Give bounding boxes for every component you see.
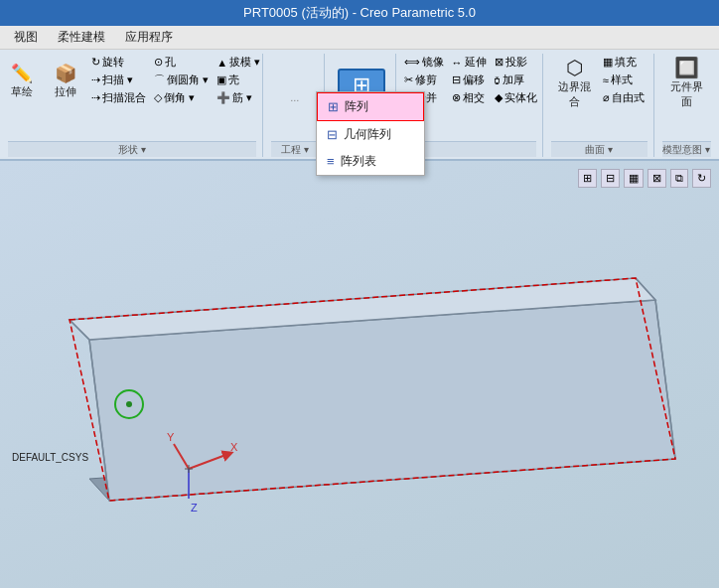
dropdown-table-label: 阵列表 xyxy=(341,153,376,170)
sweep-icon: ⇢ xyxy=(91,74,100,86)
btn-shell[interactable]: ▣ 壳 xyxy=(214,72,263,88)
btn-offset[interactable]: ⊟ 偏移 xyxy=(449,72,490,88)
rib-label: 筋 ▾ xyxy=(232,90,252,105)
sweep-label: 扫描 ▾ xyxy=(102,73,133,87)
btn-hole[interactable]: ⊙ 孔 xyxy=(151,54,212,71)
vp-btn-2[interactable]: ⊟ xyxy=(601,169,620,188)
btn-round[interactable]: ⌒ 倒圆角 ▾ xyxy=(151,72,212,88)
btn-extrude[interactable]: 📦 拉伸 xyxy=(45,54,86,109)
dropdown-array-icon: ⊞ xyxy=(328,99,339,114)
hole-icon: ⊙ xyxy=(154,56,163,69)
revolve-label: 旋转 xyxy=(102,55,124,70)
btn-intersect[interactable]: ⊗ 相交 xyxy=(449,89,490,106)
surface-buttons: ⬡ 边界混合 ▦ 填充 ≈ 样式 ⌀ 自由式 xyxy=(551,54,647,141)
thicken-icon: ⧮ xyxy=(495,74,501,86)
blend-label: 扫描混合 xyxy=(102,90,146,105)
btn-thicken[interactable]: ⧮ 加厚 xyxy=(492,72,540,88)
menu-bar: 视图 柔性建模 应用程序 xyxy=(0,26,719,50)
btn-solidify[interactable]: ◆ 实体化 xyxy=(492,89,540,106)
shape-buttons: ✏️ 草绘 📦 拉伸 ↻ 旋转 ⇢ 扫描 ▾ xyxy=(1,54,263,141)
dropdown-array-label: 阵列 xyxy=(345,98,368,115)
shape-group-label[interactable]: 形状 ▾ xyxy=(8,141,256,157)
mirror-icon: ⟺ xyxy=(404,56,420,69)
engineering-buttons: ... xyxy=(290,54,299,141)
vp-btn-3[interactable]: ▦ xyxy=(624,169,644,188)
model-intent-group-label[interactable]: 模型意图 ▾ xyxy=(662,141,711,157)
freeform-icon: ⌀ xyxy=(603,91,610,104)
dropdown-item-array-table[interactable]: ≡ 阵列表 xyxy=(317,148,424,175)
3d-model-view: X Y Z DEFAULT_CSYS xyxy=(0,161,719,588)
viewport[interactable]: X Y Z DEFAULT_CSYS ⊞ ⊟ ▦ ⊠ ⧉ ↻ xyxy=(0,161,719,588)
menu-flexible[interactable]: 柔性建模 xyxy=(48,27,115,48)
rib-icon: ➕ xyxy=(216,91,230,104)
surface-col1: ⬡ 边界混合 xyxy=(551,54,598,111)
btn-project[interactable]: ⊠ 投影 xyxy=(492,54,540,71)
shape-col2: ⊙ 孔 ⌒ 倒圆角 ▾ ◇ 倒角 ▾ xyxy=(151,54,212,106)
menu-view[interactable]: 视图 xyxy=(4,27,48,48)
dropdown-geo-array-icon: ⊟ xyxy=(327,127,338,142)
solidify-icon: ◆ xyxy=(495,91,503,104)
btn-sketch-label: 草绘 xyxy=(11,84,33,99)
dropdown-item-geo-array[interactable]: ⊟ 几何阵列 xyxy=(317,121,424,148)
btn-freeform[interactable]: ⌀ 自由式 xyxy=(600,89,647,106)
draft-icon: ▲ xyxy=(216,57,227,69)
btn-component-interface[interactable]: 🔲 元件界面 xyxy=(662,54,711,111)
viewport-toolbar: ⊞ ⊟ ▦ ⊠ ⧉ ↻ xyxy=(578,169,711,188)
vp-btn-6[interactable]: ↻ xyxy=(692,169,711,188)
btn-sketch[interactable]: ✏️ 草绘 xyxy=(1,54,43,109)
circle-inner xyxy=(126,401,132,407)
component-icon: 🔲 xyxy=(674,56,699,79)
round-icon: ⌒ xyxy=(154,73,165,87)
array-dropdown-menu: ⊞ 阵列 ⊟ 几何阵列 ≡ 阵列表 xyxy=(316,91,425,176)
dropdown-table-icon: ≡ xyxy=(327,154,335,169)
chamfer-label: 倒角 ▾ xyxy=(164,90,195,105)
btn-draft[interactable]: ▲ 拔模 ▾ xyxy=(214,54,263,71)
btn-fill[interactable]: ▦ 填充 xyxy=(600,54,647,71)
hole-label: 孔 xyxy=(165,55,176,70)
menu-applications[interactable]: 应用程序 xyxy=(115,27,183,48)
btn-blend[interactable]: ⇢ 扫描混合 xyxy=(88,89,149,106)
vp-btn-4[interactable]: ⊠ xyxy=(647,169,666,188)
shape-col1: ↻ 旋转 ⇢ 扫描 ▾ ⇢ 扫描混合 xyxy=(88,54,149,106)
project-icon: ⊠ xyxy=(495,56,503,69)
app-title: PRT0005 (活动的) - Creo Parametric 5.0 xyxy=(243,5,476,20)
svg-text:X: X xyxy=(230,441,238,453)
shell-icon: ▣ xyxy=(216,74,226,86)
svg-text:Y: Y xyxy=(167,431,175,443)
edit-col2: ↔ 延伸 ⊟ 偏移 ⊗ 相交 xyxy=(449,54,490,106)
round-label: 倒圆角 ▾ xyxy=(167,73,209,87)
trim-icon: ✂ xyxy=(404,74,413,86)
btn-mirror[interactable]: ⟺ 镜像 xyxy=(401,54,447,71)
blend-icon: ⇢ xyxy=(91,91,100,104)
btn-style[interactable]: ≈ 样式 xyxy=(600,72,647,88)
offset-icon: ⊟ xyxy=(452,74,461,86)
btn-revolve[interactable]: ↻ 旋转 xyxy=(88,54,149,71)
surface-col2: ▦ 填充 ≈ 样式 ⌀ 自由式 xyxy=(600,54,647,106)
surface-group-label[interactable]: 曲面 ▾ xyxy=(551,141,647,157)
dropdown-item-array[interactable]: ⊞ 阵列 xyxy=(317,92,424,121)
sketch-icon: ✏️ xyxy=(11,65,33,82)
btn-chamfer[interactable]: ◇ 倒角 ▾ xyxy=(151,89,212,106)
revolve-icon: ↻ xyxy=(91,56,100,69)
model-intent-buttons: 🔲 元件界面 xyxy=(662,54,711,141)
btn-extrude-label: 拉伸 xyxy=(55,84,76,99)
btn-rib[interactable]: ➕ 筋 ▾ xyxy=(214,89,263,106)
engineering-placeholder: ... xyxy=(290,91,299,103)
dropdown-geo-array-label: 几何阵列 xyxy=(344,126,391,143)
shell-label: 壳 xyxy=(228,73,239,87)
ribbon-group-shape: ✏️ 草绘 📦 拉伸 ↻ 旋转 ⇢ 扫描 ▾ xyxy=(2,54,263,157)
vp-btn-1[interactable]: ⊞ xyxy=(578,169,597,188)
circle-feature xyxy=(114,389,144,419)
edit-col3: ⊠ 投影 ⧮ 加厚 ◆ 实体化 xyxy=(492,54,540,106)
btn-sweep[interactable]: ⇢ 扫描 ▾ xyxy=(88,72,149,88)
engineering-group-label[interactable]: 工程 ▾ xyxy=(271,141,318,157)
intersect-icon: ⊗ xyxy=(452,91,461,104)
btn-boundary-blend[interactable]: ⬡ 边界混合 xyxy=(551,54,598,111)
boundary-icon: ⬡ xyxy=(566,56,583,79)
svg-text:DEFAULT_CSYS: DEFAULT_CSYS xyxy=(12,452,88,463)
btn-trim[interactable]: ✂ 修剪 xyxy=(401,72,447,88)
title-bar: PRT0005 (活动的) - Creo Parametric 5.0 xyxy=(0,0,719,26)
btn-extend[interactable]: ↔ 延伸 xyxy=(449,54,490,71)
shape-col3: ▲ 拔模 ▾ ▣ 壳 ➕ 筋 ▾ xyxy=(214,54,263,106)
vp-btn-5[interactable]: ⧉ xyxy=(670,169,688,188)
